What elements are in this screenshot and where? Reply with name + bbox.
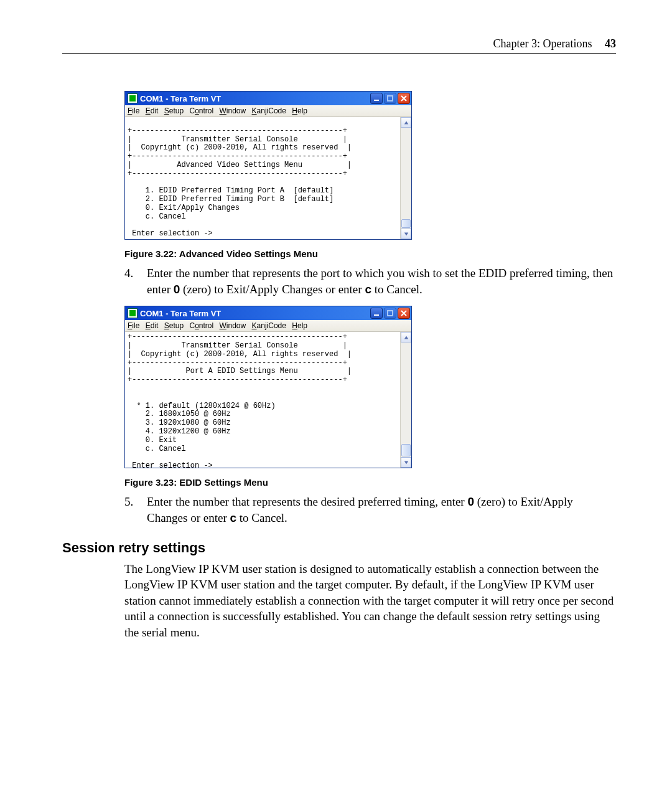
vertical-scrollbar[interactable] (400, 332, 411, 468)
menu-edit[interactable]: Edit (146, 106, 159, 115)
step-text: Enter the number that represents the des… (147, 494, 616, 526)
c-key: c (230, 511, 236, 524)
scroll-thumb[interactable] (401, 219, 411, 228)
text-part: Enter the number that represents the des… (147, 495, 467, 508)
window-title: COM1 - Tera Term VT (140, 309, 369, 318)
scroll-up-button[interactable] (401, 332, 411, 342)
menu-help[interactable]: Help (292, 321, 307, 330)
step-number: 4. (124, 265, 147, 297)
app-icon (128, 308, 138, 318)
window-title: COM1 - Tera Term VT (140, 94, 369, 103)
scroll-down-button[interactable] (401, 229, 411, 239)
menu-kanjicode[interactable]: KanjiCode (252, 106, 286, 115)
minimize-button[interactable] (370, 308, 383, 319)
step-5: 5. Enter the number that represents the … (124, 494, 616, 526)
menu-setup[interactable]: Setup (164, 106, 184, 115)
menu-control[interactable]: Control (189, 321, 213, 330)
menu-window[interactable]: Window (220, 106, 246, 115)
scroll-thumb[interactable] (401, 444, 411, 456)
scroll-up-button[interactable] (401, 117, 411, 128)
figure-caption-1: Figure 3.22: Advanced Video Settings Men… (124, 248, 616, 259)
svg-rect-3 (388, 311, 393, 316)
maximize-button[interactable] (384, 93, 396, 104)
svg-rect-0 (374, 100, 379, 101)
menu-help[interactable]: Help (292, 106, 307, 115)
terminal-output: +---------------------------------------… (125, 117, 400, 239)
titlebar[interactable]: COM1 - Tera Term VT (125, 306, 411, 320)
terminal-window-2: COM1 - Tera Term VT File Edit Setup (124, 306, 412, 468)
maximize-button[interactable] (384, 308, 396, 319)
page-number: 43 (605, 37, 616, 50)
page-content: COM1 - Tera Term VT File Edit Setup (124, 91, 616, 641)
menu-window[interactable]: Window (220, 321, 246, 330)
minimize-button[interactable] (370, 93, 383, 104)
terminal-output: +---------------------------------------… (125, 332, 400, 468)
step-4: 4. Enter the number that represents the … (124, 265, 616, 297)
menu-setup[interactable]: Setup (164, 321, 184, 330)
page-header: Chapter 3: Operations 43 (62, 37, 616, 54)
text-part: to Cancel. (371, 283, 422, 296)
zero-key: 0 (174, 283, 180, 296)
app-icon (128, 93, 138, 103)
titlebar[interactable]: COM1 - Tera Term VT (125, 92, 411, 105)
text-part: (zero) to Exit/Apply Changes or enter (180, 283, 365, 296)
section-heading: Session retry settings (62, 540, 616, 556)
menu-kanjicode[interactable]: KanjiCode (252, 321, 286, 330)
vertical-scrollbar[interactable] (400, 117, 411, 239)
svg-rect-1 (388, 96, 393, 101)
text-part: to Cancel. (236, 511, 287, 524)
chapter-label: Chapter 3: Operations (493, 37, 592, 50)
menubar[interactable]: File Edit Setup Control Window KanjiCode… (125, 320, 411, 332)
step-number: 5. (124, 494, 147, 526)
c-key: c (365, 283, 371, 296)
menu-control[interactable]: Control (189, 106, 213, 115)
section-paragraph: The LongView IP KVM user station is desi… (124, 561, 616, 641)
scroll-down-button[interactable] (401, 457, 411, 468)
menu-file[interactable]: File (128, 106, 139, 115)
menubar[interactable]: File Edit Setup Control Window KanjiCode… (125, 105, 411, 117)
page: Chapter 3: Operations 43 COM1 - Tera Ter… (0, 0, 672, 678)
zero-key: 0 (467, 495, 474, 508)
svg-rect-2 (374, 314, 379, 316)
close-button[interactable] (398, 93, 410, 104)
terminal-window-1: COM1 - Tera Term VT File Edit Setup (124, 91, 412, 240)
menu-file[interactable]: File (128, 321, 139, 330)
figure-caption-2: Figure 3.23: EDID Settings Menu (124, 477, 616, 488)
close-button[interactable] (398, 308, 410, 319)
step-text: Enter the number that represents the por… (147, 265, 616, 297)
menu-edit[interactable]: Edit (146, 321, 159, 330)
